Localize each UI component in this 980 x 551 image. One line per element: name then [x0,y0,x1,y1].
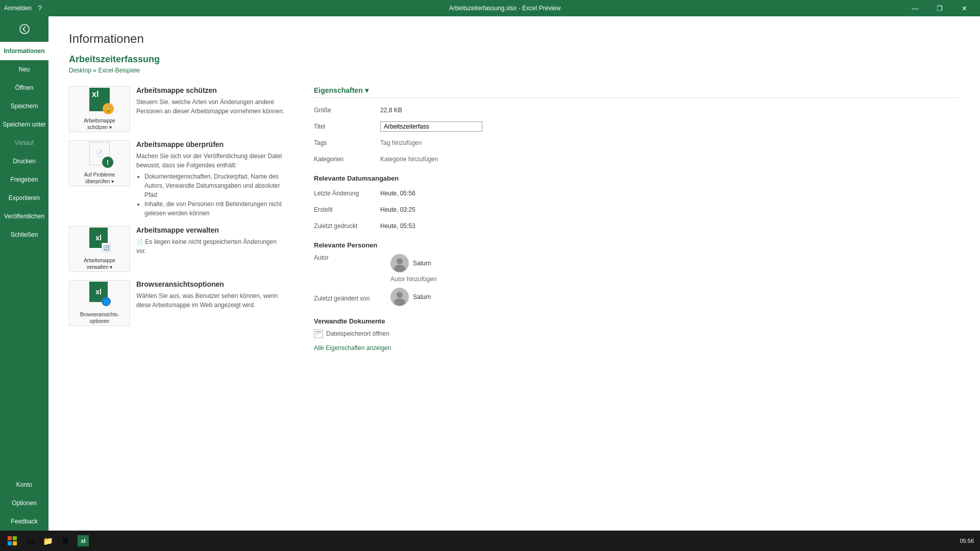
breadcrumb-desktop[interactable]: Desktop [69,67,91,74]
author-info: Saturn Autor hinzufügen [390,254,437,283]
prop-link-kategorien[interactable]: Kategorie hinzufügen [380,156,438,163]
sidebar-item-freigeben[interactable]: Freigeben [0,170,48,189]
person-row-author: Saturn [390,254,437,272]
last-modified-section: Zuletzt geändert von Saturn [314,288,960,309]
breadcrumb-examples[interactable]: Excel-Beispiele [98,67,140,74]
sidebar-item-speichern-unter[interactable]: Speichern unter [0,115,48,134]
prop-label-erstellt: Erstellt [314,206,380,213]
prop-value-erstellt: Heute, 03:25 [380,206,415,213]
taskbar-item-excel[interactable]: xl [74,531,93,551]
properties-title: Eigenschaften ▾ [314,86,960,98]
svg-point-2 [397,258,403,264]
svg-point-6 [394,298,405,306]
prop-row-kategorien: Kategorien Kategorie hinzufügen [314,153,960,165]
taskbar-items: 🗂 📁 🖥 xl [22,531,955,551]
prop-input-titel[interactable] [380,121,482,132]
prop-label-zuletzt-gedruckt: Zuletzt gedruckt [314,222,380,230]
sidebar-item-konto[interactable]: Konto [0,475,48,494]
close-button[interactable]: ✕ [952,0,976,16]
prop-row-zuletzt-gedruckt: Zuletzt gedruckt Heute, 05:53 [314,220,960,232]
person-row-last-modified: Saturn [390,288,431,306]
prop-row-titel: Titel [314,120,960,133]
card-browser-title: Browseransichtsoptionen [136,280,287,288]
author-avatar [390,254,409,272]
breadcrumb: Desktop » Excel-Beispiele [69,67,960,74]
sidebar-item-informationen[interactable]: Informationen [0,42,48,60]
prop-row-erstellt: Erstellt Heute, 03:25 [314,204,960,216]
sidebar-item-verlauf[interactable]: Verlauf [0,134,48,152]
svg-rect-14 [13,541,17,545]
titlebar-title: Arbeitszeiterfassung.xlsx - Excel Previe… [106,5,903,12]
sidebar-item-neu[interactable]: Neu [0,60,48,79]
main-container: Informationen Neu Öffnen Speichern Speic… [0,16,980,531]
file-title: Arbeitszeiterfassung [69,54,960,65]
card-ueberpruefen-desc: Machen Sie sich vor der Veröffentlichung… [136,152,287,218]
svg-point-3 [394,265,405,272]
card-verwalten-desc: 📄 Es liegen keine nicht gespeicherten Än… [136,237,287,256]
all-properties-link[interactable]: Alle Eigenschaften anzeigen [314,344,391,352]
card-browser-button[interactable]: xl 🌐 Browseransichts-optionen [69,280,130,326]
prop-row-tags: Tags Tag hinzufügen [314,137,960,149]
card-schuetzen-title: Arbeitsmappe schützen [136,86,287,94]
card-schuetzen-desc: Steuern Sie, welche Arten von Änderungen… [136,97,287,116]
prop-link-tags[interactable]: Tag hinzufügen [380,139,422,146]
doc-icon [314,329,323,338]
sidebar-item-exportieren[interactable]: Exportieren [0,189,48,207]
sidebar-item-drucken[interactable]: Drucken [0,152,48,170]
content-area: Informationen Arbeitszeiterfassung Deskt… [48,16,980,531]
card-schuetzen-button[interactable]: xl 🔒 Arbeitsmappeschützen ▾ [69,86,130,132]
prop-label-letzte-aenderung: Letzte Änderung [314,190,380,197]
svg-point-5 [397,292,403,298]
card-ueberpruefen-content: Arbeitsmappe überprüfen Machen Sie sich … [130,140,293,218]
card-browser-content: Browseransichtsoptionen Wählen Sie aus, … [130,280,293,310]
card-verwalten-content: Arbeitsmappe verwalten 📄 Es liegen keine… [130,226,293,256]
prop-value-letzte-aenderung: Heute, 05:56 [380,190,415,197]
sidebar-item-optionen[interactable]: Optionen [0,494,48,512]
cards-section: xl 🔒 Arbeitsmappeschützen ▾ Arbeitsmappe… [69,86,293,352]
svg-rect-12 [13,536,17,540]
sidebar-item-veroeffentlichen[interactable]: Veröffentlichen [0,207,48,226]
start-button[interactable] [2,531,22,551]
restore-button[interactable]: ❐ [928,0,951,16]
svg-rect-11 [8,536,12,540]
last-modified-label: Zuletzt geändert von [314,295,380,302]
last-modified-name: Saturn [413,293,431,300]
back-button[interactable] [0,16,48,42]
sidebar-item-speichern[interactable]: Speichern [0,97,48,115]
prop-row-groesse: Größe 22,8 KB [314,104,960,116]
card-ueberpruefen-button[interactable]: ! 📄 Auf Problemeüberprüfen ▾ [69,140,130,186]
card-browser-desc: Wählen Sie aus, was Benutzer sehen könne… [136,291,287,310]
related-item-dateispeicherort[interactable]: Dateispeicherort öffnen [314,329,960,338]
prop-label-tags: Tags [314,139,380,146]
card-schuetzen-content: Arbeitsmappe schützen Steuern Sie, welch… [130,86,293,116]
prop-row-letzte-aenderung: Letzte Änderung Heute, 05:56 [314,187,960,199]
card-browser: xl 🌐 Browseransichts-optionen Browserans… [69,280,293,326]
card-verwalten-button[interactable]: xl 🔄 Arbeitsmappeverwalten ▾ [69,226,130,272]
card-schuetzen: xl 🔒 Arbeitsmappeschützen ▾ Arbeitsmappe… [69,86,293,132]
dates-title: Relevante Datumsangaben [314,174,960,182]
taskbar-item-explorer[interactable]: 🗂 [22,531,39,551]
card-ueberpruefen-title: Arbeitsmappe überprüfen [136,140,287,148]
titlebar-help[interactable]: ? [38,4,42,12]
card-verwalten: xl 🔄 Arbeitsmappeverwalten ▾ Arbeitsmapp… [69,226,293,272]
sidebar-item-schliessen[interactable]: Schließen [0,226,48,244]
sidebar-item-feedback[interactable]: Feedback [0,512,48,531]
titlebar-anmelden[interactable]: Anmelden [4,5,32,12]
card-ueberpruefen: ! 📄 Auf Problemeüberprüfen ▾ Arbeitsmapp… [69,140,293,218]
prop-label-groesse: Größe [314,107,380,114]
add-author-link[interactable]: Autor hinzufügen [390,276,437,283]
titlebar: Anmelden ? Arbeitszeiterfassung.xlsx - E… [0,0,980,16]
main-layout: xl 🔒 Arbeitsmappeschützen ▾ Arbeitsmappe… [69,86,960,352]
author-section: Autor Saturn Aut [314,254,960,283]
sidebar: Informationen Neu Öffnen Speichern Speic… [0,16,48,531]
author-label: Autor [314,254,380,261]
taskbar-item-folder[interactable]: 📁 [39,531,57,551]
taskbar-item-desktop[interactable]: 🖥 [57,531,74,551]
card-verwalten-title: Arbeitsmappe verwalten [136,226,287,234]
sidebar-item-oeffnen[interactable]: Öffnen [0,79,48,97]
minimize-button[interactable]: — [903,0,927,16]
properties-section: Eigenschaften ▾ Größe 22,8 KB Titel Tags… [314,86,960,352]
persons-title: Relevante Personen [314,241,960,249]
taskbar-right: 05:56 [955,538,978,544]
page-title: Informationen [69,32,960,46]
